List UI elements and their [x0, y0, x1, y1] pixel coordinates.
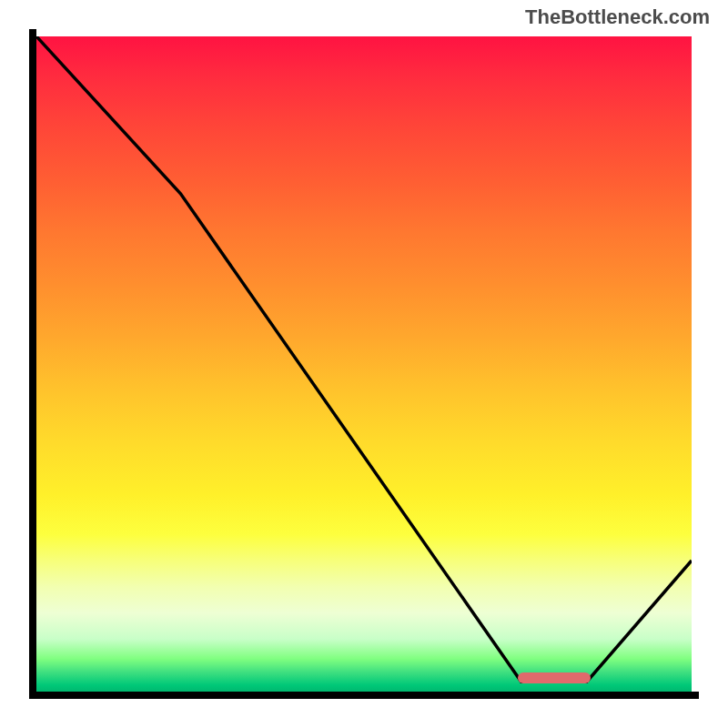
bottleneck-chart: TheBottleneck.com — [0, 0, 728, 728]
curve-path — [36, 36, 692, 682]
chart-curve — [36, 36, 692, 692]
attribution-text: TheBottleneck.com — [525, 5, 710, 29]
y-axis — [29, 29, 36, 699]
x-axis — [36, 692, 699, 699]
optimal-range-marker — [518, 672, 591, 683]
